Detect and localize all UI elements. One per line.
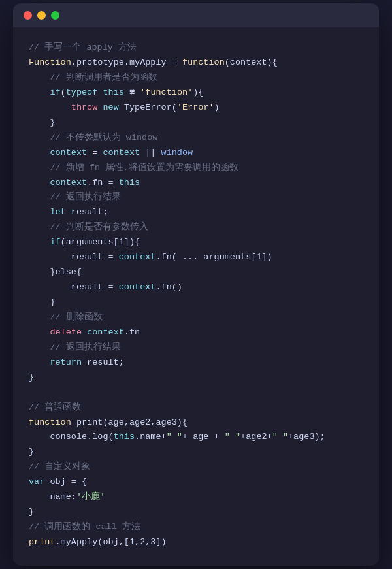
mixed-line: print.myApply(obj,[1,2,3]) (29, 537, 167, 547)
code-token: window (161, 148, 193, 157)
code-token (29, 357, 50, 367)
code-token: print(age,age2,age3){ (71, 417, 188, 427)
code-token: let (50, 207, 65, 217)
mixed-line: context = context || window (29, 148, 193, 157)
mixed-line: result = context.fn() (29, 282, 182, 292)
code-token: this (114, 432, 135, 442)
code-token: " " (225, 432, 240, 442)
plain-line: } (29, 297, 56, 307)
code-token: .name+ (135, 432, 167, 442)
code-token: this (103, 88, 123, 97)
comment-line: // 普通函数 (29, 402, 81, 412)
code-token (29, 207, 50, 217)
code-token: result = (29, 252, 119, 262)
code-token: .fn = (87, 178, 119, 187)
mixed-line: Function.prototype.myApply = function(co… (29, 57, 278, 67)
code-token: '小鹿' (76, 492, 105, 502)
code-token: +age3); (288, 432, 325, 442)
code-token: context (29, 178, 87, 187)
mixed-line: function print(age,age2,age3){ (29, 417, 188, 427)
comment-line: // 新增 fn 属性,将值设置为需要调用的函数 (29, 163, 238, 172)
plain-line: } (29, 118, 56, 127)
code-token: obj = { (44, 477, 87, 487)
code-token: || (140, 148, 161, 157)
dot-yellow[interactable] (37, 11, 46, 20)
code-token: ){ (193, 88, 203, 97)
code-token: function (182, 57, 225, 67)
code-token: new (103, 103, 118, 112)
code-token (29, 237, 50, 247)
code-token: name: (29, 492, 76, 502)
comment-line: // 返回执行结果 (29, 192, 121, 202)
code-token: + age + (182, 432, 225, 442)
mixed-line: context.fn = this (29, 178, 140, 187)
code-token: throw (71, 103, 98, 112)
code-token: delete (50, 327, 82, 337)
mixed-line: console.log(this.name+" "+ age + " "+age… (29, 432, 325, 442)
code-token: .fn( ... arguments[1]) (155, 252, 272, 262)
code-token: if (50, 88, 60, 97)
code-token: 'function' (140, 88, 193, 97)
plain-line: }else{ (29, 267, 82, 277)
code-token: = (87, 148, 103, 157)
code-token: context (119, 252, 156, 262)
comment-line: // 判断是否有参数传入 (29, 222, 148, 232)
code-token: ) (214, 103, 220, 112)
mixed-line: throw new TypeError('Error') (29, 103, 220, 112)
comment-line: // 返回执行结果 (29, 342, 121, 352)
comment-line: // 自定义对象 (29, 462, 90, 472)
comment-line: // 不传参默认为 window (29, 133, 157, 142)
code-token: +age2+ (240, 432, 272, 442)
editor-window: // 手写一个 apply 方法 Function.prototype.myAp… (13, 3, 379, 566)
mixed-line: if(arguments[1]){ (29, 237, 140, 247)
mixed-line: var obj = { (29, 477, 87, 487)
code-token: 'Error' (177, 103, 214, 112)
dot-red[interactable] (24, 11, 32, 20)
code-token: .fn (124, 327, 140, 337)
mixed-line: result = context.fn( ... arguments[1]) (29, 252, 272, 262)
code-token: Function (29, 57, 71, 67)
code-token (29, 327, 50, 337)
mixed-line: name:'小鹿' (29, 492, 105, 502)
title-bar (13, 3, 379, 27)
comment-line: // 判断调用者是否为函数 (29, 73, 157, 82)
code-token (29, 88, 50, 97)
mixed-line: if(typeof this ≢ 'function'){ (29, 88, 203, 97)
mixed-line: delete context.fn (29, 327, 140, 337)
code-token: .prototype.myApply = (71, 57, 182, 67)
code-token: TypeError( (119, 103, 177, 112)
mixed-line: return result; (29, 357, 124, 367)
code-token (29, 103, 71, 112)
code-area: // 手写一个 apply 方法 Function.prototype.myAp… (13, 27, 379, 566)
code-token: .fn() (155, 282, 182, 292)
comment-line: // 手写一个 apply 方法 (29, 42, 137, 52)
code-token: " " (167, 432, 182, 442)
code-token: result = (29, 282, 119, 292)
code-token: ≢ (124, 88, 140, 97)
code-token: this (119, 178, 140, 187)
dot-green[interactable] (51, 11, 59, 20)
code-token: if (50, 237, 60, 247)
code-token: return (50, 357, 82, 367)
code-token: (arguments[1]){ (61, 237, 140, 247)
code-token: context (29, 148, 87, 157)
code-token: result; (66, 207, 108, 217)
code-token: typeof (66, 88, 98, 97)
code-token: context (103, 148, 140, 157)
plain-line: } (29, 507, 34, 517)
plain-line: } (29, 447, 34, 457)
comment-line: // 调用函数的 call 方法 (29, 522, 140, 532)
code-token: function (29, 417, 71, 427)
code-token: result; (82, 357, 124, 367)
code-token: " " (272, 432, 288, 442)
comment-line: // 删除函数 (29, 312, 103, 322)
code-token: context (87, 327, 124, 337)
code-token: .myApply(obj,[1,2,3]) (56, 537, 167, 547)
code-token: console.log( (29, 432, 114, 442)
code-token (82, 327, 87, 337)
code-token: (context){ (225, 57, 278, 67)
mixed-line: let result; (29, 207, 108, 217)
code-token: ( (61, 88, 66, 97)
code-token: print (29, 537, 56, 547)
code-token: var (29, 477, 44, 487)
